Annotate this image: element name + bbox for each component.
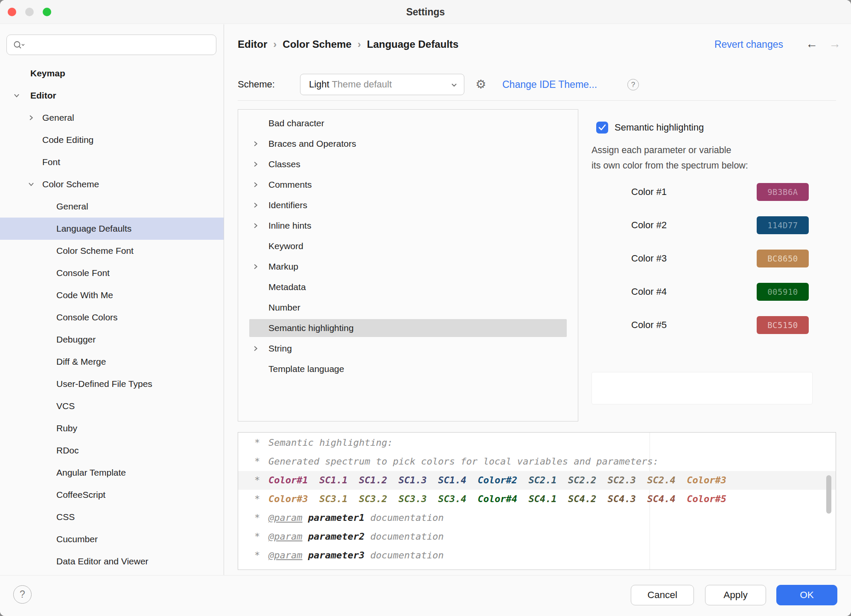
sidebar-item-label: General [42, 113, 74, 123]
option-item-label: Comments [268, 180, 312, 190]
chevron-down-icon [450, 81, 458, 90]
revert-changes-link[interactable]: Revert changes [714, 34, 783, 55]
token-sc2-3: SC2.3 [608, 475, 636, 485]
option-item-keyword[interactable]: Keyword [238, 236, 578, 256]
token-semantic-highlighting: Semantic highlighting: [268, 437, 393, 448]
token-sc3-4: SC3.4 [438, 494, 466, 504]
color-swatch-3[interactable]: BC8650 [757, 250, 809, 267]
option-item-markup[interactable]: Markup [238, 256, 578, 277]
scheme-dropdown[interactable]: Light Theme default [300, 74, 464, 95]
token-color-3: Color#3 [268, 494, 308, 504]
search-input[interactable] [6, 35, 216, 55]
sidebar-item-css[interactable]: CSS [0, 506, 224, 528]
sidebar-item-color-scheme[interactable]: Color Scheme [0, 173, 224, 195]
ok-button[interactable]: OK [776, 585, 837, 605]
color-swatch-5[interactable]: BC5150 [757, 316, 809, 334]
chevron-right-icon[interactable] [252, 345, 259, 352]
token-parameter2: parameter2 [308, 531, 364, 542]
sidebar-item-vcs[interactable]: VCS [0, 395, 224, 417]
option-item-metadata[interactable]: Metadata [238, 277, 578, 297]
sidebar-item-ruby[interactable]: Ruby [0, 417, 224, 439]
chevron-down-icon[interactable] [13, 92, 20, 99]
option-item-label: Classes [268, 159, 300, 169]
apply-button[interactable]: Apply [705, 585, 766, 605]
chevron-right-icon[interactable] [252, 222, 259, 230]
color-swatch-4[interactable]: 005910 [757, 283, 809, 301]
sidebar-item-user-defined-file-types[interactable]: User-Defined File Types [0, 373, 224, 395]
sidebar-item-diff-merge[interactable]: Diff & Merge [0, 351, 224, 373]
option-item-inline-hints[interactable]: Inline hints [238, 215, 578, 236]
change-ide-theme-link[interactable]: Change IDE Theme... [502, 74, 597, 95]
option-item-template-language[interactable]: Template language [238, 359, 578, 379]
sidebar-item-general[interactable]: General [0, 195, 224, 218]
preview-line-caret: *Color#1 SC1.1 SC1.2 SC1.3 SC1.4 Color#2… [238, 471, 836, 490]
sidebar-item-code-editing[interactable]: Code Editing [0, 129, 224, 151]
gear-icon[interactable]: ⚙ [475, 74, 486, 95]
token-parameter3: parameter3 [308, 550, 364, 561]
chevron-right-icon[interactable] [252, 140, 259, 148]
option-item-comments[interactable]: Comments [238, 174, 578, 195]
spectrum-preview-box [592, 372, 813, 404]
sidebar-item-cucumber[interactable]: Cucumber [0, 528, 224, 550]
comment-asterisk: * [254, 433, 260, 452]
sidebar-item-editor[interactable]: Editor [0, 84, 224, 107]
preview-line-text: Generated spectrum to pick colors for lo… [268, 452, 659, 471]
forward-arrow-icon[interactable]: → [829, 34, 841, 55]
code-preview-panel: *Semantic highlighting:*Generated spectr… [238, 432, 836, 570]
option-item-label: String [268, 343, 292, 354]
sidebar-item-general[interactable]: General [0, 107, 224, 129]
cancel-button[interactable]: Cancel [631, 585, 694, 605]
sidebar-item-label: RDoc [56, 445, 79, 456]
sidebar-item-font[interactable]: Font [0, 151, 224, 173]
color-swatch-1[interactable]: 9B3B6A [757, 183, 809, 201]
chevron-down-icon[interactable] [27, 180, 35, 188]
sidebar-item-keymap[interactable]: Keymap [0, 62, 224, 84]
sidebar-item-code-with-me[interactable]: Code With Me [0, 284, 224, 306]
breadcrumb-color-scheme[interactable]: Color Scheme [283, 38, 351, 50]
semantic-highlighting-checkbox-label[interactable]: Semantic highlighting [615, 122, 704, 134]
option-item-bad-character[interactable]: Bad character [238, 113, 578, 134]
option-item-string[interactable]: String [238, 338, 578, 359]
sidebar-item-data-editor-and-viewer[interactable]: Data Editor and Viewer [0, 550, 224, 572]
chevron-right-icon[interactable] [252, 160, 259, 168]
option-item-label: Inline hints [268, 221, 311, 231]
sidebar-item-console-colors[interactable]: Console Colors [0, 306, 224, 328]
color-swatch-2[interactable]: 114D77 [757, 216, 809, 234]
option-item-label: Bad character [268, 118, 324, 128]
scheme-label: Scheme: [238, 74, 275, 95]
sidebar-item-label: Angular Template [56, 468, 126, 478]
option-item-braces-and-operators[interactable]: Braces and Operators [238, 134, 578, 154]
chevron-right-icon[interactable] [27, 114, 35, 122]
comment-asterisk: * [254, 471, 260, 490]
option-item-label: Identifiers [268, 200, 307, 210]
sidebar-item-console-font[interactable]: Console Font [0, 262, 224, 284]
option-item-classes[interactable]: Classes [238, 154, 578, 174]
chevron-right-icon[interactable] [252, 263, 259, 270]
sidebar-item-rdoc[interactable]: RDoc [0, 439, 224, 462]
option-item-semantic-highlighting[interactable]: Semantic highlighting [238, 318, 578, 338]
help-icon[interactable]: ? [13, 585, 32, 604]
sidebar-item-label: Keymap [30, 68, 65, 78]
option-item-number[interactable]: Number [238, 297, 578, 318]
token-sc3-3: SC3.3 [399, 494, 427, 504]
sidebar-item-language-defaults[interactable]: Language Defaults [0, 218, 224, 240]
settings-window: Settings KeymapEditorGeneralCode Editing… [0, 0, 851, 616]
sidebar-item-coffeescript[interactable]: CoffeeScript [0, 484, 224, 506]
preview-scrollbar[interactable] [826, 475, 831, 514]
sidebar-item-debugger[interactable]: Debugger [0, 328, 224, 351]
preview-line-text: @param parameter2 documentation [268, 527, 444, 546]
language-defaults-options-list: Bad characterBraces and OperatorsClasses… [238, 109, 578, 421]
semantic-highlighting-checkbox[interactable] [596, 122, 608, 134]
breadcrumb-editor[interactable]: Editor [238, 38, 267, 50]
token-generated-spectrum-to-pick-colors-for-local-variables-and-parameters: Generated spectrum to pick colors for lo… [268, 456, 659, 467]
comment-asterisk: * [254, 546, 260, 565]
sidebar-item-angular-template[interactable]: Angular Template [0, 462, 224, 484]
search-icon [13, 40, 25, 52]
back-arrow-icon[interactable]: ← [806, 34, 818, 55]
sidebar-item-color-scheme-font[interactable]: Color Scheme Font [0, 240, 224, 262]
option-item-identifiers[interactable]: Identifiers [238, 195, 578, 215]
scheme-help-icon[interactable]: ? [627, 79, 639, 90]
color-label-5: Color #5 [631, 320, 667, 331]
chevron-right-icon[interactable] [252, 201, 259, 209]
chevron-right-icon[interactable] [252, 181, 259, 189]
